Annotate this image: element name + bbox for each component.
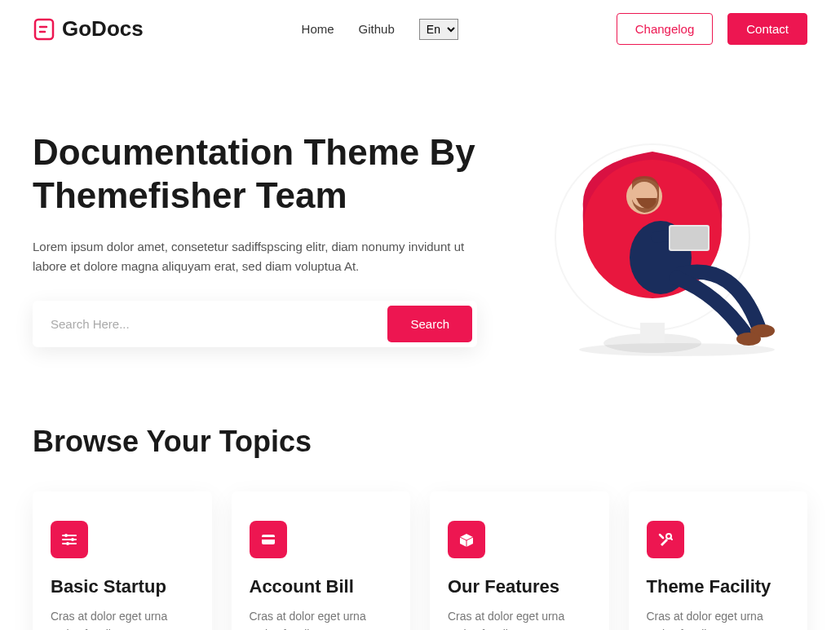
contact-button[interactable]: Contact	[727, 13, 807, 45]
nav: Home Github En	[302, 19, 458, 40]
logo[interactable]: GoDocs	[33, 16, 144, 42]
tools-icon	[647, 521, 684, 558]
topic-title: Basic Startup	[51, 576, 194, 597]
box-icon	[448, 521, 485, 558]
topic-card-account-bill[interactable]: Account Bill Cras at dolor eget urna var…	[232, 491, 411, 630]
topic-card-theme-facility[interactable]: Theme Facility Cras at dolor eget urna v…	[629, 491, 808, 630]
topics-heading: Browse Your Topics	[33, 425, 807, 459]
brand-name: GoDocs	[62, 16, 144, 42]
topic-desc: Cras at dolor eget urna varius faucibus …	[51, 607, 194, 630]
svg-line-26	[670, 538, 672, 540]
hero-title: Documentation Theme By Themefisher Team	[33, 131, 506, 218]
topic-desc: Cras at dolor eget urna varius faucibus …	[647, 607, 790, 630]
topic-title: Theme Facility	[647, 576, 790, 597]
topics-section: Browse Your Topics Basic Startup Cras at…	[0, 392, 840, 630]
search-wrap: Search	[33, 301, 477, 347]
sliders-icon	[51, 521, 88, 558]
nav-home[interactable]: Home	[302, 22, 334, 36]
svg-point-20	[71, 538, 74, 541]
topic-desc: Cras at dolor eget urna varius faucibus …	[448, 607, 591, 630]
svg-line-27	[660, 535, 663, 538]
svg-point-14	[736, 333, 761, 346]
header: GoDocs Home Github En Changelog Contact	[0, 0, 840, 58]
hero-text: Documentation Theme By Themefisher Team …	[33, 131, 506, 359]
search-button[interactable]: Search	[387, 306, 472, 342]
svg-point-15	[579, 343, 775, 356]
topic-grid: Basic Startup Cras at dolor eget urna va…	[33, 491, 807, 630]
svg-point-21	[66, 542, 69, 545]
lang-select[interactable]: En	[419, 19, 458, 40]
topic-card-our-features[interactable]: Our Features Cras at dolor eget urna var…	[430, 491, 609, 630]
topic-title: Our Features	[448, 576, 591, 597]
hero-desc: Lorem ipsum dolor amet, consetetur sadif…	[33, 237, 473, 276]
hero: Documentation Theme By Themefisher Team …	[0, 58, 840, 392]
search-input[interactable]	[38, 306, 387, 342]
svg-rect-12	[670, 227, 708, 249]
nav-github[interactable]: Github	[359, 22, 395, 36]
svg-rect-7	[640, 323, 665, 343]
changelog-button[interactable]: Changelog	[617, 13, 714, 45]
topic-desc: Cras at dolor eget urna varius faucibus …	[250, 607, 393, 630]
topic-title: Account Bill	[250, 576, 393, 597]
header-buttons: Changelog Contact	[617, 13, 807, 45]
svg-rect-23	[262, 537, 275, 540]
svg-point-19	[64, 534, 68, 537]
topic-card-basic-startup[interactable]: Basic Startup Cras at dolor eget urna va…	[33, 491, 212, 630]
svg-rect-0	[35, 20, 53, 39]
hero-illustration	[538, 131, 791, 359]
card-icon	[250, 521, 287, 558]
logo-icon	[33, 18, 55, 41]
